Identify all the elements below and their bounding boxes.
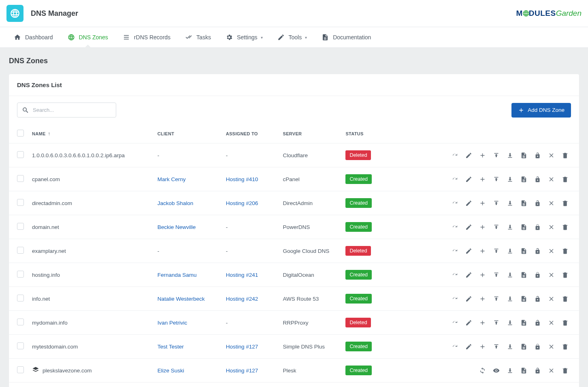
action-delete[interactable] (559, 197, 571, 209)
action-export[interactable] (504, 269, 516, 281)
action-unlocked[interactable] (531, 173, 543, 185)
action-edit[interactable] (462, 293, 475, 305)
action-import[interactable] (490, 245, 502, 257)
action-export[interactable] (504, 221, 516, 233)
action-log[interactable] (518, 197, 530, 209)
action-delete[interactable] (559, 269, 571, 281)
assigned-link[interactable]: Hosting #242 (226, 296, 258, 302)
action-add[interactable] (476, 221, 488, 233)
action-locked[interactable] (531, 269, 543, 281)
row-checkbox[interactable] (17, 295, 24, 301)
action-unlocked[interactable] (531, 245, 543, 257)
action-add[interactable] (476, 149, 488, 161)
action-add[interactable] (476, 197, 488, 209)
row-checkbox[interactable] (17, 223, 24, 230)
action-export[interactable] (504, 173, 516, 185)
row-checkbox[interactable] (17, 366, 24, 373)
nav-rdns[interactable]: rDNS Records (115, 27, 178, 47)
action-log[interactable] (518, 173, 530, 185)
action-log[interactable] (518, 340, 530, 353)
client-link[interactable]: Jackob Shalon (158, 200, 194, 206)
client-link[interactable]: Test Tester (158, 344, 184, 350)
select-all-checkbox[interactable] (17, 130, 24, 137)
add-dns-zone-button[interactable]: Add DNS Zone (511, 103, 571, 118)
action-edit[interactable] (462, 221, 475, 233)
action-export[interactable] (504, 197, 516, 209)
action-delete[interactable] (559, 293, 571, 305)
action-close[interactable] (545, 173, 557, 185)
client-link[interactable]: Mark Cerny (158, 176, 186, 182)
action-close[interactable] (545, 364, 557, 376)
assigned-link[interactable]: Hosting #127 (226, 344, 258, 350)
action-import[interactable] (490, 197, 502, 209)
action-export[interactable] (504, 364, 516, 376)
row-checkbox[interactable] (17, 271, 24, 278)
action-edit[interactable] (462, 245, 475, 257)
assigned-link[interactable]: Hosting #206 (226, 200, 258, 206)
action-add[interactable] (476, 269, 488, 281)
action-delete[interactable] (559, 245, 571, 257)
client-link[interactable]: Beckie Newville (158, 224, 196, 230)
action-locked[interactable] (531, 221, 543, 233)
action-close[interactable] (545, 149, 557, 161)
action-import[interactable] (490, 149, 502, 161)
action-edit[interactable] (462, 173, 475, 185)
action-import[interactable] (490, 221, 502, 233)
action-log[interactable] (518, 293, 530, 305)
action-delete[interactable] (559, 173, 571, 185)
action-sync[interactable] (476, 364, 488, 376)
action-import[interactable] (490, 316, 502, 329)
action-edit[interactable] (462, 340, 475, 353)
action-delete[interactable] (559, 316, 571, 329)
action-delete[interactable] (559, 340, 571, 353)
action-edit[interactable] (462, 316, 475, 329)
action-log[interactable] (518, 149, 530, 161)
action-export[interactable] (504, 340, 516, 353)
action-add[interactable] (476, 316, 488, 329)
action-export[interactable] (504, 293, 516, 305)
client-link[interactable]: Natalie Westerbeck (158, 296, 205, 302)
row-checkbox[interactable] (17, 175, 24, 182)
action-close[interactable] (545, 316, 557, 329)
action-view[interactable] (490, 364, 502, 376)
action-locked[interactable] (531, 340, 543, 353)
assigned-link[interactable]: Hosting #410 (226, 176, 258, 182)
action-unlocked[interactable] (531, 293, 543, 305)
nav-dashboard[interactable]: Dashboard (6, 27, 60, 47)
row-checkbox[interactable] (17, 319, 24, 325)
nav-tasks[interactable]: Tasks (178, 27, 218, 47)
action-export[interactable] (504, 245, 516, 257)
action-unlocked[interactable] (531, 316, 543, 329)
action-add[interactable] (476, 245, 488, 257)
action-delete[interactable] (559, 149, 571, 161)
col-name[interactable]: Name ↑ (28, 124, 153, 143)
action-log[interactable] (518, 364, 530, 376)
action-redo[interactable] (449, 245, 461, 257)
action-unlocked[interactable] (531, 364, 543, 376)
col-assigned[interactable]: Assigned To (222, 124, 279, 143)
row-checkbox[interactable] (17, 151, 24, 158)
nav-dns-zones[interactable]: DNS Zones (60, 27, 115, 47)
action-close[interactable] (545, 269, 557, 281)
action-close[interactable] (545, 340, 557, 353)
action-add[interactable] (476, 293, 488, 305)
nav-documentation[interactable]: Documentation (314, 27, 378, 47)
action-import[interactable] (490, 269, 502, 281)
action-delete[interactable] (559, 221, 571, 233)
action-log[interactable] (518, 316, 530, 329)
action-import[interactable] (490, 293, 502, 305)
nav-tools[interactable]: Tools ▾ (270, 27, 315, 47)
action-unlocked[interactable] (531, 197, 543, 209)
action-log[interactable] (518, 269, 530, 281)
client-link[interactable]: Ivan Petrivic (158, 320, 187, 326)
action-close[interactable] (545, 221, 557, 233)
action-log[interactable] (518, 221, 530, 233)
col-server[interactable]: Server (279, 124, 342, 143)
assigned-link[interactable]: Hosting #241 (226, 272, 258, 278)
row-checkbox[interactable] (17, 342, 24, 349)
action-redo[interactable] (449, 340, 461, 353)
action-export[interactable] (504, 149, 516, 161)
action-add[interactable] (476, 340, 488, 353)
action-log[interactable] (518, 245, 530, 257)
action-edit[interactable] (462, 197, 475, 209)
